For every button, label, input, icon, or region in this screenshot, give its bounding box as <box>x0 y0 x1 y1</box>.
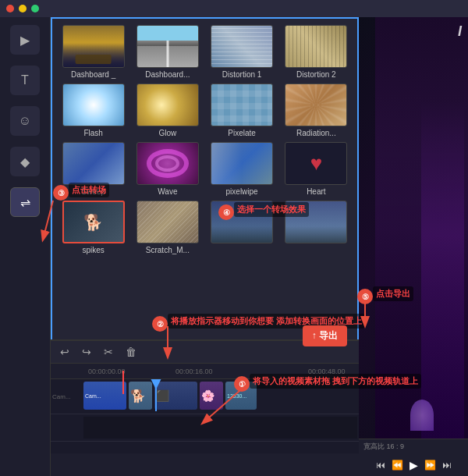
ruler-mark-0: 00:00:00.00 <box>88 368 126 375</box>
aspect-ratio: 宽高比 16 : 9 <box>359 439 468 454</box>
clip-text-1: Cam... <box>83 392 103 400</box>
transition-thumb-distortion2 <box>285 25 347 68</box>
transition-thumb-wave <box>136 142 199 185</box>
transition-spikes[interactable]: 🐕 spikes <box>58 201 128 254</box>
maximize-dot[interactable] <box>31 5 39 12</box>
transition-label-distortion1: Distortion 1 <box>222 70 262 79</box>
transition-label-wave: Wave <box>158 187 177 196</box>
transition-thumb-scratch <box>136 201 199 243</box>
sidebar-icon-text[interactable]: T <box>10 66 40 95</box>
video-clip-3[interactable]: ⬛ <box>154 382 197 410</box>
rewind-button[interactable]: ⏪ <box>390 458 405 472</box>
transition-heart[interactable]: ♥ Heart <box>282 142 351 196</box>
play-button[interactable]: ▶ <box>408 457 420 473</box>
transition-label-glow: Glow <box>158 129 176 137</box>
transition-thumb-distortion1 <box>211 25 273 68</box>
transition-pixelwipe[interactable]: pixelwipe <box>207 142 277 196</box>
playhead[interactable] <box>155 382 157 411</box>
transition-sweep[interactable]: Sweep <box>58 142 128 196</box>
preview-area: I <box>359 17 468 439</box>
transition-thumb-glow <box>136 83 199 126</box>
transition-extra2[interactable] <box>282 201 351 254</box>
transition-radiation[interactable]: Radiation... <box>282 83 351 137</box>
transition-thumb-extra1 <box>211 201 273 243</box>
track-row-2 <box>51 414 359 442</box>
playback-controls: ⏮ ⏪ ▶ ⏩ ⏭ <box>359 454 468 476</box>
transition-thumb-sweep <box>62 142 125 185</box>
transition-label-flash: Flash <box>83 129 102 137</box>
transition-scratch[interactable]: Scratch_M... <box>133 201 202 254</box>
transition-wave[interactable]: Wave <box>133 142 202 196</box>
transition-label-scratch: Scratch_M... <box>146 246 190 254</box>
video-clip-2[interactable]: 🐕 <box>129 382 152 410</box>
track-content-1[interactable]: Cam... 🐕 ⬛ 🌸 12330... <box>83 382 357 411</box>
transition-thumb-radiation <box>285 83 347 126</box>
sidebar-icon-effects[interactable]: ◆ <box>10 147 40 176</box>
transition-glow[interactable]: Glow <box>133 83 202 137</box>
transition-distortion1[interactable]: Distortion 1 <box>207 25 277 79</box>
track-row-1: Cam... Cam... 🐕 ⬛ 🌸 <box>51 379 359 414</box>
transition-extra1[interactable] <box>207 201 277 254</box>
undo-button[interactable]: ↩ <box>57 344 73 360</box>
aspect-ratio-label: 宽高比 <box>363 442 385 450</box>
sidebar-icon-video[interactable]: ▶ <box>10 25 40 55</box>
transition-thumb-heart: ♥ <box>285 142 347 185</box>
transition-label-pixelate: Pixelate <box>228 129 256 137</box>
timeline-ruler: 00:00:00.00 00:00:16.00 00:00:48.00 <box>51 364 359 379</box>
sidebar-icon-person[interactable]: ☺ <box>10 106 40 136</box>
clip-text-5: 12330... <box>225 392 248 400</box>
transition-flash[interactable]: Flash <box>58 83 128 137</box>
left-sidebar: ▶ T ☺ ◆ ⇌ <box>0 17 51 476</box>
transition-dashboard2[interactable]: Dashboard... <box>133 25 202 79</box>
preview-content: I <box>359 17 468 439</box>
transition-label-pixelwipe: pixelwipe <box>226 187 258 196</box>
right-panel: I 宽高比 16 : 9 ⏮ ⏪ ▶ ⏩ ⏭ <box>359 17 468 476</box>
timeline-arrow <box>122 371 124 394</box>
ruler-mark-1: 00:00:16.00 <box>176 368 213 375</box>
transition-thumb-flash <box>62 83 125 126</box>
transition-thumb-spikes: 🐕 <box>62 201 125 243</box>
transition-thumb-pixelwipe <box>211 142 273 185</box>
minimize-dot[interactable] <box>19 5 27 12</box>
transition-thumb-pixelate <box>211 83 273 126</box>
top-bar <box>0 0 468 17</box>
bottom-timeline: ↩ ↪ ✂ 🗑 00:00:00.00 00:00:16.00 00:00:48… <box>51 339 359 476</box>
video-clip-4[interactable]: 🌸 <box>200 382 223 410</box>
transition-thumb-extra2 <box>285 201 347 243</box>
track-label-1: Cam... <box>52 393 83 400</box>
next-button[interactable]: ⏭ <box>441 458 453 472</box>
transition-thumb-dashboard1 <box>62 25 125 68</box>
cut-button[interactable]: ✂ <box>101 344 116 360</box>
transition-label-heart: Heart <box>307 187 325 196</box>
video-clip-1[interactable]: Cam... <box>83 382 126 410</box>
transition-label-radiation: Radiation... <box>296 129 336 137</box>
forward-button[interactable]: ⏩ <box>423 458 438 472</box>
transition-pixelate[interactable]: Pixelate <box>207 83 277 137</box>
toolbar-row: ↩ ↪ ✂ 🗑 <box>51 341 359 364</box>
delete-button[interactable]: 🗑 <box>122 344 140 360</box>
timeline-tracks[interactable]: Cam... Cam... 🐕 ⬛ 🌸 <box>51 379 359 453</box>
track-content-2[interactable] <box>83 417 357 439</box>
sidebar-icon-transitions[interactable]: ⇌ <box>10 187 40 217</box>
aspect-ratio-value: 16 : 9 <box>387 442 405 450</box>
transition-label-dashboard2: Dashboard... <box>145 70 190 79</box>
clip-text-3: ⬛ <box>154 388 171 403</box>
transition-label-dashboard1: Dashboard _ <box>71 70 115 79</box>
transition-label-distortion2: Distortion 2 <box>296 70 336 79</box>
transition-label-spikes: spikes <box>82 246 104 254</box>
video-clip-5[interactable]: 12330... <box>225 382 257 410</box>
transition-dashboard1[interactable]: Dashboard _ <box>58 25 128 79</box>
redo-button[interactable]: ↪ <box>79 344 94 360</box>
prev-button[interactable]: ⏮ <box>374 458 387 472</box>
transition-thumb-dashboard2 <box>136 25 199 68</box>
ruler-mark-2: 00:00:48.00 <box>308 368 346 375</box>
transition-distortion2[interactable]: Distortion 2 <box>282 25 351 79</box>
transition-label-sweep: Sweep <box>81 187 105 196</box>
close-dot[interactable] <box>6 5 14 12</box>
